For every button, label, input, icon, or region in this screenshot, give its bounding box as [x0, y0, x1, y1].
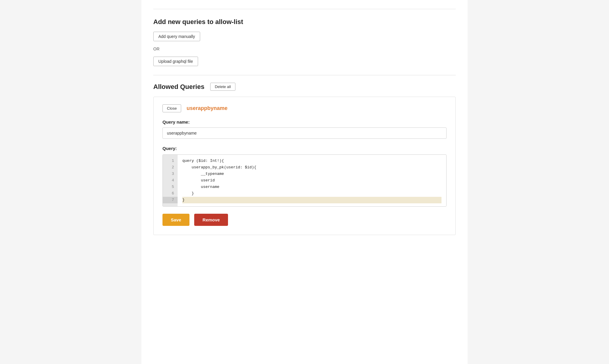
- query-card-header: Close userappbyname: [162, 104, 447, 112]
- line-number: 3: [163, 171, 178, 177]
- delete-all-button[interactable]: Delete all: [210, 83, 235, 91]
- add-queries-title: Add new queries to allow-list: [153, 18, 456, 26]
- add-queries-section: Add new queries to allow-list Add query …: [153, 18, 456, 75]
- add-query-manually-button[interactable]: Add query manually: [153, 32, 200, 41]
- code-line: query ($id: Int!){: [182, 158, 441, 164]
- line-number: 6: [163, 190, 178, 197]
- allowed-queries-header: Allowed Queries Delete all: [153, 83, 456, 91]
- code-line: }: [182, 197, 441, 203]
- line-number: 5: [163, 184, 178, 190]
- or-text: OR: [153, 47, 456, 51]
- close-button[interactable]: Close: [162, 104, 181, 112]
- query-name-label: Query name:: [162, 119, 447, 124]
- top-divider: [153, 9, 456, 9]
- code-line: __typename: [182, 171, 441, 177]
- line-number: 7: [163, 197, 178, 203]
- line-numbers: 1234567: [163, 155, 178, 206]
- code-lines: 1234567 query ($id: Int!){ userapps_by_p…: [163, 155, 446, 206]
- query-code-label: Query:: [162, 146, 447, 151]
- line-number: 2: [163, 164, 178, 171]
- save-button[interactable]: Save: [162, 214, 189, 226]
- code-line: username: [182, 184, 441, 190]
- code-line: userapps_by_pk(userid: $id){: [182, 164, 441, 171]
- remove-button[interactable]: Remove: [194, 214, 228, 226]
- allowed-queries-title: Allowed Queries: [153, 83, 204, 91]
- code-line: userid: [182, 177, 441, 184]
- code-editor[interactable]: 1234567 query ($id: Int!){ userapps_by_p…: [162, 154, 447, 207]
- query-card-heading: userappbyname: [186, 105, 227, 111]
- line-number: 4: [163, 177, 178, 184]
- page-container: Add new queries to allow-list Add query …: [141, 0, 468, 364]
- line-number: 1: [163, 158, 178, 164]
- action-buttons: Save Remove: [162, 214, 447, 226]
- code-content: query ($id: Int!){ userapps_by_pk(userid…: [178, 155, 446, 206]
- upload-graphql-button[interactable]: Upload graphql file: [153, 57, 198, 66]
- code-line: }: [182, 190, 441, 197]
- query-card: Close userappbyname Query name: Query: 1…: [153, 97, 456, 235]
- query-name-input[interactable]: [162, 127, 447, 139]
- section-divider: [153, 75, 456, 75]
